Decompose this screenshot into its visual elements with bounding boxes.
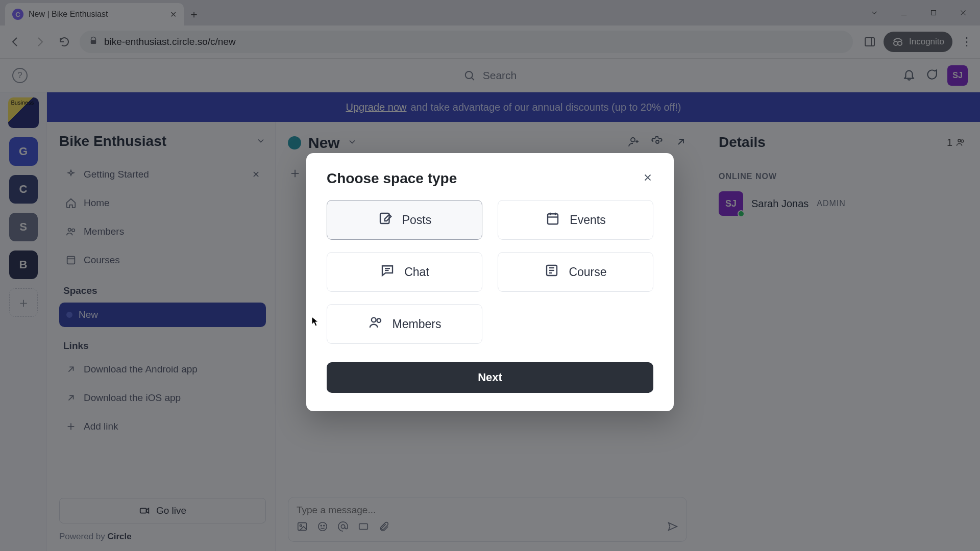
space-type-posts[interactable]: Posts (327, 200, 482, 240)
next-button[interactable]: Next (327, 362, 653, 393)
space-type-course[interactable]: Course (498, 252, 653, 292)
space-type-label: Members (393, 317, 442, 331)
space-type-chat[interactable]: Chat (327, 252, 482, 292)
space-type-events[interactable]: Events (498, 200, 653, 240)
modal-close-button[interactable] (642, 172, 653, 185)
chat-icon (380, 263, 395, 281)
space-type-modal: Choose space type PostsEventsChatCourseM… (306, 153, 674, 411)
space-type-label: Course (569, 265, 606, 279)
space-type-label: Chat (404, 265, 429, 279)
space-type-label: Events (570, 213, 605, 227)
events-icon (545, 211, 560, 229)
modal-title: Choose space type (327, 170, 457, 187)
space-type-label: Posts (402, 213, 432, 227)
svg-point-48 (377, 319, 381, 323)
svg-rect-37 (548, 214, 558, 224)
svg-point-47 (371, 318, 376, 322)
next-button-label: Next (478, 371, 502, 384)
posts-icon (378, 211, 393, 229)
space-type-members[interactable]: Members (327, 304, 482, 344)
members-icon (368, 315, 383, 333)
mouse-cursor-icon (311, 316, 318, 327)
course-icon (544, 263, 559, 281)
